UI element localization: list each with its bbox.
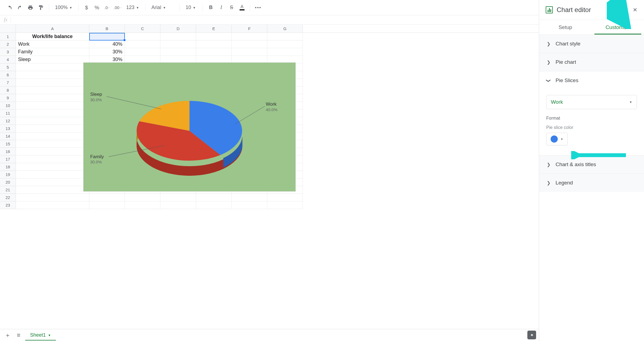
zoom-select[interactable]: 100% ▼ xyxy=(52,3,75,12)
section-legend[interactable]: ❯ Legend xyxy=(539,174,644,192)
cell[interactable]: 40% xyxy=(89,41,125,48)
cell[interactable] xyxy=(16,201,89,209)
font-family-select[interactable]: Arial ▼ xyxy=(149,3,176,12)
cell[interactable] xyxy=(16,71,89,79)
row-header[interactable]: 8 xyxy=(0,86,16,94)
row-header[interactable]: 2 xyxy=(0,41,16,48)
cell[interactable] xyxy=(196,48,232,56)
row-header[interactable]: 14 xyxy=(0,132,16,140)
row-header[interactable]: 18 xyxy=(0,163,16,171)
cell[interactable] xyxy=(16,194,89,201)
column-header[interactable]: D xyxy=(160,25,196,33)
cell[interactable] xyxy=(232,48,267,56)
cell[interactable] xyxy=(16,171,89,178)
tab-customize[interactable]: Customize xyxy=(592,20,644,34)
select-all-corner[interactable] xyxy=(0,25,16,33)
cell[interactable] xyxy=(16,186,89,194)
row-header[interactable]: 9 xyxy=(0,94,16,102)
column-header[interactable]: E xyxy=(196,25,232,33)
cell[interactable]: 30% xyxy=(89,48,125,56)
row-header[interactable]: 15 xyxy=(0,140,16,148)
tab-setup[interactable]: Setup xyxy=(539,20,592,34)
cell[interactable] xyxy=(125,48,160,56)
cell[interactable] xyxy=(16,102,89,109)
cell[interactable] xyxy=(89,201,125,209)
percent-button[interactable]: % xyxy=(92,3,102,12)
cell[interactable]: Family xyxy=(16,48,89,56)
sheet-tab-active[interactable]: Sheet1 ▼ xyxy=(25,330,56,340)
cell[interactable] xyxy=(16,178,89,186)
cell[interactable] xyxy=(232,41,267,48)
cell[interactable] xyxy=(16,163,89,171)
cell[interactable] xyxy=(196,194,232,201)
cell[interactable] xyxy=(267,201,303,209)
row-header[interactable]: 16 xyxy=(0,148,16,155)
pie-chart[interactable]: Work 40.0% Family 30.0% Sleep 30.0% xyxy=(83,62,296,192)
section-chart-axis-titles[interactable]: ❯ Chart & axis titles xyxy=(539,155,644,174)
cell[interactable] xyxy=(125,41,160,48)
cell[interactable] xyxy=(125,194,160,201)
decrease-decimals-button[interactable]: .0← xyxy=(103,3,112,12)
cell[interactable] xyxy=(89,194,125,201)
bold-button[interactable]: B xyxy=(206,3,215,12)
font-size-select[interactable]: 10 ▼ xyxy=(183,3,199,12)
row-header[interactable]: 19 xyxy=(0,171,16,178)
row-header[interactable]: 1 xyxy=(0,33,16,41)
row-header[interactable]: 17 xyxy=(0,155,16,163)
cell[interactable] xyxy=(16,148,89,155)
cell[interactable] xyxy=(160,33,196,41)
slice-select[interactable]: Work ▼ xyxy=(546,95,637,109)
cell[interactable] xyxy=(125,33,160,41)
column-header[interactable]: B xyxy=(89,25,125,33)
cell[interactable]: Work xyxy=(16,41,89,48)
cell[interactable] xyxy=(267,33,303,41)
cell[interactable] xyxy=(16,63,89,71)
cell[interactable] xyxy=(160,194,196,201)
column-header[interactable]: F xyxy=(232,25,267,33)
cell[interactable] xyxy=(160,48,196,56)
undo-button[interactable] xyxy=(5,3,14,12)
cell[interactable] xyxy=(267,41,303,48)
section-chart-style[interactable]: ❯ Chart style xyxy=(539,34,644,53)
cell[interactable] xyxy=(267,194,303,201)
strikethrough-button[interactable]: S xyxy=(227,3,236,12)
cell[interactable] xyxy=(160,201,196,209)
cell[interactable] xyxy=(16,125,89,132)
cell[interactable] xyxy=(16,109,89,117)
cell[interactable]: Work/life balance xyxy=(16,33,89,41)
cell[interactable] xyxy=(232,201,267,209)
currency-button[interactable]: $ xyxy=(82,3,91,12)
row-header[interactable]: 13 xyxy=(0,125,16,132)
row-header[interactable]: 20 xyxy=(0,178,16,186)
row-header[interactable]: 6 xyxy=(0,71,16,79)
all-sheets-button[interactable]: ≡ xyxy=(14,331,23,340)
increase-decimals-button[interactable]: .00→ xyxy=(113,3,122,12)
cell[interactable] xyxy=(16,140,89,148)
section-pie-chart[interactable]: ❯ Pie chart xyxy=(539,53,644,71)
row-header[interactable]: 5 xyxy=(0,63,16,71)
column-header[interactable]: C xyxy=(125,25,160,33)
row-header[interactable]: 11 xyxy=(0,109,16,117)
paint-format-button[interactable] xyxy=(36,3,45,12)
cell[interactable] xyxy=(89,33,125,41)
row-header[interactable]: 10 xyxy=(0,102,16,109)
more-toolbar-button[interactable]: ••• xyxy=(254,3,263,12)
more-formats-select[interactable]: 123 ▼ xyxy=(123,3,142,12)
add-sheet-button[interactable]: ＋ xyxy=(3,331,12,340)
row-header[interactable]: 3 xyxy=(0,48,16,56)
slice-color-button[interactable]: ▼ xyxy=(546,133,568,145)
section-pie-slices[interactable]: ❯ Pie Slices xyxy=(539,71,644,89)
cell[interactable] xyxy=(196,201,232,209)
row-header[interactable]: 12 xyxy=(0,117,16,125)
column-header[interactable]: G xyxy=(267,25,303,33)
cell[interactable]: Sleep xyxy=(16,56,89,63)
cell[interactable] xyxy=(125,201,160,209)
row-header[interactable]: 21 xyxy=(0,186,16,194)
cell[interactable] xyxy=(267,48,303,56)
text-color-button[interactable]: A xyxy=(237,3,247,12)
row-header[interactable]: 4 xyxy=(0,56,16,63)
row-header[interactable]: 22 xyxy=(0,194,16,201)
cell[interactable] xyxy=(232,33,267,41)
cell[interactable] xyxy=(16,155,89,163)
cell[interactable] xyxy=(16,94,89,102)
